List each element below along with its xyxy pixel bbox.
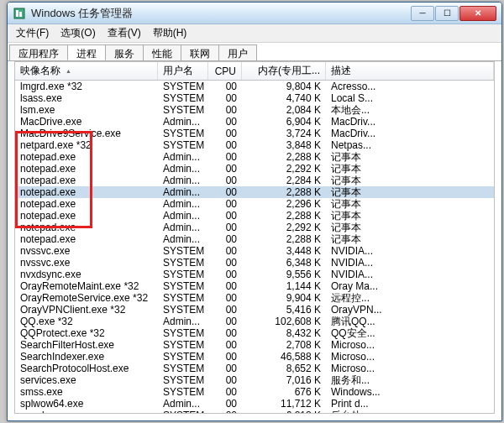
table-row[interactable]: notepad.exeAdmin...002,292 K记事本 bbox=[15, 222, 494, 233]
cell: SYSTEM bbox=[158, 128, 208, 139]
table-row[interactable]: spoolsv.exeSYSTEM006,212 K后台处... bbox=[15, 410, 494, 413]
table-row[interactable]: notepad.exeAdmin...002,292 K记事本 bbox=[15, 163, 494, 175]
cell: 46,588 K bbox=[242, 351, 326, 363]
cell: 记事本 bbox=[326, 222, 494, 233]
tab-3[interactable]: 性能 bbox=[143, 44, 181, 60]
tab-1[interactable]: 进程 bbox=[67, 44, 106, 60]
table-row[interactable]: SearchIndexer.exeSYSTEM0046,588 KMicroso… bbox=[15, 351, 494, 363]
tab-0[interactable]: 应用程序 bbox=[9, 44, 68, 60]
cell: 后台处... bbox=[326, 410, 494, 413]
cell: 2,284 K bbox=[242, 175, 326, 186]
cell: SYSTEM bbox=[158, 104, 208, 116]
cell: SYSTEM bbox=[158, 327, 208, 339]
col-description[interactable]: 描述 bbox=[326, 62, 494, 80]
menu-item-2[interactable]: 查看(V) bbox=[102, 24, 146, 42]
table-row[interactable]: lmgrd.exe *32SYSTEM009,804 KAcresso... bbox=[15, 81, 494, 92]
cell: QQ安全... bbox=[326, 327, 494, 339]
cell: 00 bbox=[208, 151, 242, 163]
table-row[interactable]: smss.exeSYSTEM00676 KWindows... bbox=[15, 386, 494, 398]
cell: notepad.exe bbox=[15, 222, 158, 233]
cell: 3,724 K bbox=[242, 128, 326, 139]
cell: 3,448 K bbox=[242, 245, 326, 257]
col-image-name[interactable]: 映像名称 bbox=[15, 62, 158, 80]
cell: 6,904 K bbox=[242, 116, 326, 128]
cell: SearchIndexer.exe bbox=[15, 351, 158, 363]
cell: 记事本 bbox=[326, 210, 494, 222]
table-row[interactable]: OrayRemoteMaint.exe *32SYSTEM001,144 KOr… bbox=[15, 280, 494, 292]
cell: OrayRemoteMaint.exe *32 bbox=[15, 280, 158, 292]
cell: 7,016 K bbox=[242, 374, 326, 386]
table-row[interactable]: nvssvc.exeSYSTEM006,348 KNVIDIA... bbox=[15, 257, 494, 269]
col-user[interactable]: 用户名 bbox=[158, 62, 208, 80]
maximize-button[interactable]: ☐ bbox=[435, 6, 459, 21]
menubar: 文件(F)选项(O)查看(V)帮助(H) bbox=[8, 24, 501, 43]
cell: 2,292 K bbox=[242, 163, 326, 175]
col-cpu[interactable]: CPU bbox=[208, 62, 242, 80]
table-row[interactable]: QQ.exe *32Admin...00102,608 K腾讯QQ... bbox=[15, 316, 494, 327]
table-row[interactable]: nvssvc.exeSYSTEM003,448 KNVIDIA... bbox=[15, 245, 494, 257]
cell: 676 K bbox=[242, 386, 326, 398]
table-row[interactable]: notepad.exeAdmin...002,284 K记事本 bbox=[15, 175, 494, 186]
titlebar[interactable]: Windows 任务管理器 ─ ☐ ✕ bbox=[8, 3, 501, 24]
table-row[interactable]: OrayVPNClient.exe *32SYSTEM005,416 KOray… bbox=[15, 304, 494, 316]
menu-item-1[interactable]: 选项(O) bbox=[55, 24, 100, 42]
table-row[interactable]: OrayRemoteService.exe *32SYSTEM009,904 K… bbox=[15, 292, 494, 304]
table-row[interactable]: nvxdsync.exeSYSTEM009,556 KNVIDIA... bbox=[15, 269, 494, 280]
table-row[interactable]: notepad.exeAdmin...002,288 K记事本 bbox=[15, 151, 494, 163]
cell: 2,288 K bbox=[242, 186, 326, 198]
cell: 00 bbox=[208, 233, 242, 245]
cell: SYSTEM bbox=[158, 304, 208, 316]
table-row[interactable]: lsass.exeSYSTEM004,740 KLocal S... bbox=[15, 92, 494, 104]
tab-5[interactable]: 用户 bbox=[218, 44, 257, 60]
cell: 00 bbox=[208, 128, 242, 139]
table-row[interactable]: notepad.exeAdmin...002,296 K记事本 bbox=[15, 198, 494, 210]
cell: Microso... bbox=[326, 363, 494, 374]
cell: 00 bbox=[208, 363, 242, 374]
tab-2[interactable]: 服务 bbox=[105, 44, 144, 60]
table-row[interactable]: splwow64.exeAdmin...0011,712 KPrint d... bbox=[15, 398, 494, 410]
close-button[interactable]: ✕ bbox=[459, 6, 496, 21]
minimize-button[interactable]: ─ bbox=[411, 6, 434, 21]
cell: 00 bbox=[208, 292, 242, 304]
cell: 00 bbox=[208, 327, 242, 339]
cell: 2,288 K bbox=[242, 233, 326, 245]
menu-item-0[interactable]: 文件(F) bbox=[11, 24, 54, 42]
table-row[interactable]: services.exeSYSTEM007,016 K服务和... bbox=[15, 374, 494, 386]
table-row[interactable]: notepad.exeAdmin...002,288 K记事本 bbox=[15, 233, 494, 245]
table-row[interactable]: lsm.exeSYSTEM002,084 K本地会... bbox=[15, 104, 494, 116]
cell: Windows... bbox=[326, 386, 494, 398]
cell: SYSTEM bbox=[158, 139, 208, 151]
cell: Admin... bbox=[158, 398, 208, 410]
cell: SYSTEM bbox=[158, 257, 208, 269]
window-title: Windows 任务管理器 bbox=[31, 6, 411, 21]
table-row[interactable]: notepad.exeAdmin...002,288 K记事本 bbox=[15, 210, 494, 222]
table-row[interactable]: SearchFilterHost.exeSYSTEM002,708 KMicro… bbox=[15, 339, 494, 351]
cell: Admin... bbox=[158, 198, 208, 210]
cell: SYSTEM bbox=[158, 292, 208, 304]
cell: Microso... bbox=[326, 351, 494, 363]
cell: 00 bbox=[208, 210, 242, 222]
table-row[interactable]: netpard.exe *32SYSTEM003,848 KNetpas... bbox=[15, 139, 494, 151]
cell: Admin... bbox=[158, 316, 208, 327]
cell: 00 bbox=[208, 198, 242, 210]
process-list[interactable]: lmgrd.exe *32SYSTEM009,804 KAcresso...ls… bbox=[15, 81, 494, 413]
cell: NVIDIA... bbox=[326, 257, 494, 269]
tab-4[interactable]: 联网 bbox=[181, 44, 219, 60]
col-memory[interactable]: 内存(专用工... bbox=[242, 62, 326, 80]
cell: Admin... bbox=[158, 186, 208, 198]
cell: Acresso... bbox=[326, 81, 494, 92]
cell: SYSTEM bbox=[158, 351, 208, 363]
table-row[interactable]: SearchProtocolHost.exeSYSTEM008,652 KMic… bbox=[15, 363, 494, 374]
cell: OrayVPN... bbox=[326, 304, 494, 316]
table-row[interactable]: MacDrive.exeAdmin...006,904 KMacDriv... bbox=[15, 116, 494, 128]
table-row[interactable]: QQProtect.exe *32SYSTEM008,432 KQQ安全... bbox=[15, 327, 494, 339]
cell: Admin... bbox=[158, 163, 208, 175]
cell: 00 bbox=[208, 280, 242, 292]
table-row[interactable]: notepad.exeAdmin...002,288 K记事本 bbox=[15, 186, 494, 198]
cell: 记事本 bbox=[326, 198, 494, 210]
cell: 1,144 K bbox=[242, 280, 326, 292]
table-row[interactable]: MacDrive9Service.exeSYSTEM003,724 KMacDr… bbox=[15, 128, 494, 139]
cell: 00 bbox=[208, 339, 242, 351]
menu-item-3[interactable]: 帮助(H) bbox=[148, 24, 192, 42]
cell: splwow64.exe bbox=[15, 398, 158, 410]
